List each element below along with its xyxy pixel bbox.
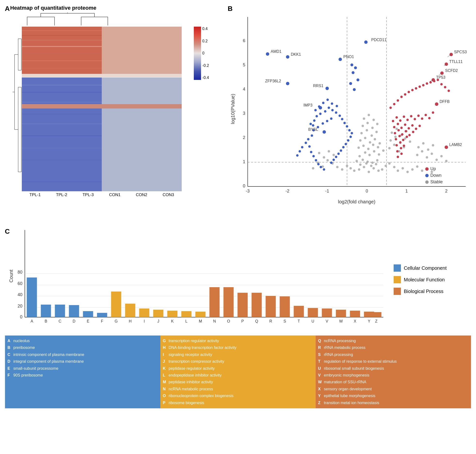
xlabel-con3: CON3 (163, 192, 174, 197)
svg-point-190 (315, 159, 317, 162)
svg-point-164 (305, 142, 307, 144)
svg-point-167 (316, 115, 318, 117)
heatmap-xlabels: TPL-1 TPL-2 TPL-3 CON1 CON2 CON3 (22, 192, 182, 197)
panel-b: B (228, 5, 471, 213)
annotation-J-text: transcription corepressor activity (169, 359, 224, 364)
svg-text:-1: -1 (325, 189, 329, 193)
svg-point-264 (448, 90, 450, 92)
svg-point-181 (342, 146, 345, 148)
svg-point-75 (375, 163, 377, 165)
svg-text:4: 4 (243, 87, 245, 92)
svg-point-94 (421, 169, 423, 172)
svg-point-84 (346, 165, 348, 167)
color-legend: 0.4 0.2 0 -0.2 -0.4 (194, 27, 209, 80)
svg-point-182 (340, 149, 342, 152)
svg-text:0: 0 (243, 184, 245, 188)
svg-point-105 (372, 144, 375, 146)
svg-rect-33 (102, 77, 182, 191)
bar-A (27, 277, 37, 317)
svg-point-209 (354, 66, 357, 69)
bar-G (111, 292, 121, 317)
svg-point-124 (388, 147, 391, 149)
svg-point-66 (358, 168, 360, 171)
svg-point-119 (371, 127, 374, 129)
svg-point-180 (345, 143, 347, 145)
svg-text:BYSL: BYSL (308, 127, 318, 131)
chart-and-legend: 0 20 40 60 80 Count (5, 228, 471, 332)
svg-point-104 (367, 148, 370, 150)
main-container: A Heatmap of quantitative proteome (0, 0, 476, 454)
annotation-Y-text: epithelial tube morphogenesis (324, 393, 375, 399)
svg-point-193 (323, 168, 325, 171)
svg-point-256 (419, 85, 421, 88)
panel-a-label: A (5, 5, 10, 13)
svg-point-220 (425, 114, 427, 116)
svg-point-224 (397, 123, 399, 125)
xlabel-tpl1: TPL-1 (30, 192, 41, 197)
heatmap-grid (22, 27, 182, 191)
svg-point-226 (404, 123, 406, 126)
annotation-Z: Z transition metal ion homeostasis (318, 400, 468, 406)
svg-text:log2(fold change): log2(fold change) (338, 199, 375, 204)
annotation-M-text: peptidase inhibitor activity (169, 379, 213, 385)
svg-text:W: W (339, 319, 343, 323)
svg-text:H: H (129, 319, 132, 323)
svg-point-100 (373, 150, 375, 153)
svg-point-304 (425, 180, 429, 184)
svg-point-103 (362, 145, 365, 147)
svg-point-122 (368, 114, 370, 116)
annotation-E: E small-subunit processome (8, 365, 158, 372)
svg-point-251 (400, 96, 403, 98)
svg-rect-36 (22, 102, 102, 103)
svg-point-120 (376, 123, 379, 125)
annotation-B: B preribosome (8, 344, 158, 351)
svg-point-145 (422, 142, 425, 145)
svg-point-246 (397, 156, 399, 158)
svg-point-108 (359, 139, 362, 142)
svg-point-293 (445, 146, 448, 149)
side-dendrogram (12, 27, 22, 191)
svg-point-172 (339, 115, 341, 117)
svg-text:ZFP36L2: ZFP36L2 (265, 79, 281, 83)
svg-point-240 (406, 136, 408, 138)
svg-text:C: C (59, 319, 62, 323)
annotation-V: V embryonic morphogenesis (318, 372, 468, 379)
bottom-row: C 0 20 40 60 (0, 218, 476, 454)
svg-point-77 (362, 159, 364, 161)
svg-point-250 (397, 99, 399, 102)
svg-text:P: P (241, 319, 244, 323)
legend-label-blue: Cellular Component (404, 265, 447, 271)
svg-point-204 (314, 109, 317, 111)
svg-text:O: O (227, 319, 230, 323)
svg-point-85 (341, 168, 343, 171)
svg-point-267 (364, 40, 368, 44)
legend-val-n02: -0.2 (202, 63, 209, 68)
svg-point-234 (405, 130, 407, 132)
svg-point-273 (339, 58, 342, 61)
svg-point-118 (367, 122, 369, 124)
svg-rect-38 (22, 123, 102, 124)
svg-rect-44 (22, 104, 182, 108)
annotation-E-text: small-subunit processome (13, 366, 58, 371)
bar-P (238, 293, 248, 317)
svg-point-230 (419, 125, 421, 127)
svg-point-137 (416, 154, 419, 156)
svg-point-212 (396, 116, 398, 119)
legend-color-yellow (394, 276, 401, 283)
svg-point-88 (393, 166, 396, 168)
svg-point-174 (343, 122, 346, 124)
annotation-W-text: maturation of SSU-rRNA (324, 379, 366, 385)
annotation-H-text: DNA-binding transcription factor activit… (169, 345, 236, 350)
svg-point-78 (367, 161, 369, 163)
svg-point-90 (402, 167, 404, 169)
svg-point-143 (445, 160, 448, 162)
bar-F (97, 313, 107, 317)
bar-B (41, 305, 51, 317)
svg-point-176 (348, 129, 351, 131)
svg-point-82 (385, 165, 387, 167)
svg-point-253 (408, 91, 410, 93)
bar-chart-area: 0 20 40 60 80 Count (5, 228, 389, 332)
svg-point-238 (398, 135, 401, 137)
svg-point-259 (429, 81, 432, 84)
svg-text:E: E (87, 319, 89, 323)
